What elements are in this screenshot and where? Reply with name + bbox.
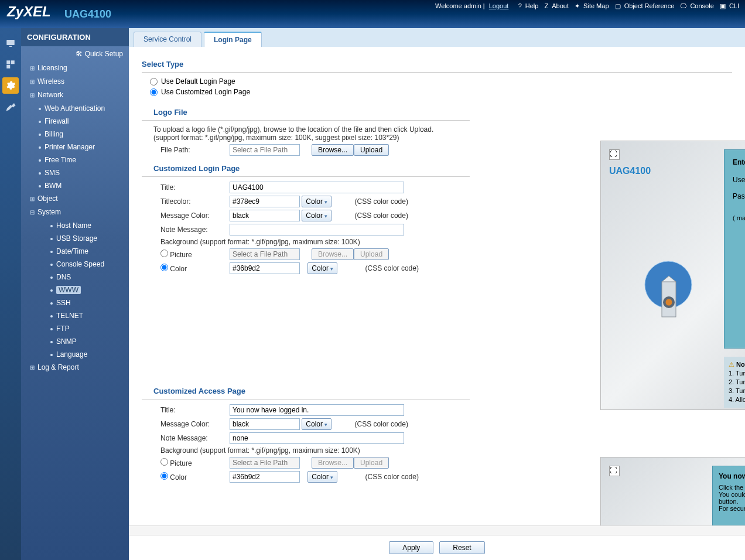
logo-hint-2: (support format: *.gif/png/jpg, maximum … [153, 134, 470, 142]
console-link[interactable]: Console [690, 2, 713, 9]
sidebar-item-ftp[interactable]: FTP [21, 322, 129, 335]
sidebar-item-console-speed[interactable]: Console Speed [21, 258, 129, 271]
warning-icon: ⚠ [729, 361, 734, 368]
sidebar-item-date-time[interactable]: Date/Time [21, 245, 129, 258]
access-msgcolor-picker-button[interactable]: Color [302, 418, 331, 430]
wrench-icon: 🛠 [76, 50, 83, 58]
input-file-path[interactable] [230, 144, 300, 156]
sidebar-item-label: Language [56, 350, 87, 358]
preview-username-label: User Name: [733, 176, 745, 186]
sidebar-heading: CONFIGURATION [21, 28, 129, 46]
hscroll-track[interactable] [129, 525, 745, 535]
sidebar-item-network[interactable]: ⊞Network [21, 88, 129, 102]
input-title[interactable] [230, 182, 404, 193]
radio-use-custom[interactable] [150, 88, 158, 96]
sidebar-item-web-authentication[interactable]: Web Authentication [21, 102, 129, 115]
rail-dashboard-icon[interactable] [2, 56, 19, 73]
access-bg-upload-button: Upload [354, 457, 389, 469]
sidebar-item-label: Billing [45, 130, 63, 138]
input-bg-color[interactable] [230, 262, 300, 274]
input-bg-picture-path [230, 248, 300, 260]
sidebar-item-label: SMS [45, 169, 60, 177]
sidebar-item-free-time[interactable]: Free Time [21, 153, 129, 166]
top-links: Welcome admin | Logout ?Help ZAbout ✦Sit… [435, 2, 741, 10]
bottom-bar: Apply Reset [129, 535, 745, 560]
sidebar-item-host-name[interactable]: Host Name [21, 219, 129, 232]
bullet-icon [39, 134, 41, 136]
sidebar-item-label: SNMP [56, 337, 77, 346]
bullet-icon [50, 289, 53, 292]
reset-button[interactable]: Reset [439, 541, 484, 554]
sidebar-item-system[interactable]: ⊟System [21, 206, 129, 219]
svg-rect-3 [11, 60, 15, 64]
bullet-icon [50, 341, 53, 343]
label-use-default: Use Default Login Page [161, 77, 235, 86]
bullet-icon [50, 354, 53, 356]
sidebar-item-object[interactable]: ⊞Object [21, 192, 129, 206]
objref-link[interactable]: Object Reference [624, 2, 675, 9]
sidebar-item-printer-manager[interactable]: Printer Manager [21, 141, 129, 153]
sidebar-item-ssh[interactable]: SSH [21, 296, 129, 309]
sidebar-item-wireless[interactable]: ⊞Wireless [21, 75, 129, 88]
preview-notes: ⚠Note: 1. Turn on Javascript and Cookie … [724, 357, 745, 408]
cli-link[interactable]: CLI [729, 2, 739, 9]
rail-config-icon[interactable] [2, 77, 19, 94]
input-note-msg[interactable] [230, 224, 404, 235]
rail-maintenance-icon[interactable] [2, 98, 19, 115]
sidebar-item-telnet[interactable]: TELNET [21, 309, 129, 322]
sidebar-item-sms[interactable]: SMS [21, 166, 129, 179]
tab-bar: Service Control Login Page [129, 28, 745, 47]
tab-login-page[interactable]: Login Page [204, 32, 262, 47]
access-preview-pane: ⛶ You now have logged in. Click the logo… [600, 457, 745, 525]
input-msgcolor[interactable] [230, 210, 300, 221]
input-access-note[interactable] [230, 432, 404, 444]
radio-access-bg-color[interactable] [160, 472, 168, 480]
rail-monitor-icon[interactable] [2, 35, 19, 52]
label-note-msg: Note Message: [142, 226, 230, 234]
label-access-bg-color: Color [170, 473, 187, 482]
radio-bg-picture[interactable] [160, 250, 168, 257]
about-link[interactable]: About [552, 2, 569, 9]
about-icon: Z [545, 2, 549, 9]
sidebar-item-snmp[interactable]: SNMP [21, 335, 129, 348]
access-bgcolor-picker-button[interactable]: Color [307, 471, 337, 483]
input-access-bg-color[interactable] [230, 471, 300, 483]
expand-icon: ⊟ [29, 207, 35, 218]
label-access-title: Title: [142, 406, 230, 414]
help-link[interactable]: Help [525, 2, 539, 9]
sidebar-item-www[interactable]: WWW [21, 284, 129, 296]
radio-use-default[interactable] [150, 78, 158, 86]
sidebar-item-dns[interactable]: DNS [21, 271, 129, 284]
sidebar-item-language[interactable]: Language [21, 348, 129, 361]
expand-icon: ⊞ [29, 90, 35, 101]
input-access-msgcolor[interactable] [230, 418, 300, 430]
sidebar-item-label: Printer Manager [45, 143, 95, 151]
apply-button[interactable]: Apply [389, 541, 433, 554]
input-titlecolor[interactable] [230, 196, 300, 207]
upload-button[interactable]: Upload [354, 144, 389, 156]
sitemap-link[interactable]: Site Map [583, 2, 609, 9]
sidebar-item-licensing[interactable]: ⊞Licensing [21, 62, 129, 75]
tab-service-control[interactable]: Service Control [134, 32, 201, 47]
browse-button[interactable]: Browse... [312, 144, 354, 156]
sidebar-item-label: Network [37, 91, 63, 99]
sidebar-item-billing[interactable]: Billing [21, 128, 129, 141]
sidebar-item-firewall[interactable]: Firewall [21, 115, 129, 128]
hint-css-color-3: (CSS color code) [365, 264, 419, 272]
radio-bg-color[interactable] [160, 264, 168, 271]
welcome-text: Welcome admin | [435, 2, 485, 9]
msgcolor-picker-button[interactable]: Color [302, 210, 331, 221]
quick-setup-link[interactable]: 🛠Quick Setup [21, 46, 129, 62]
logout-link[interactable]: Logout [489, 2, 509, 9]
sidebar-item-bwm[interactable]: BWM [21, 179, 129, 192]
sidebar-item-log-report[interactable]: ⊞Log & Report [21, 361, 129, 374]
input-access-title[interactable] [230, 404, 404, 416]
bgcolor-picker-button[interactable]: Color [307, 262, 337, 274]
radio-access-bg-picture[interactable] [160, 458, 168, 466]
sidebar-item-usb-storage[interactable]: USB Storage [21, 232, 129, 245]
titlecolor-picker-button[interactable]: Color [302, 196, 331, 207]
sidebar-item-label: Object [37, 194, 58, 203]
nav-list: ⊞Licensing⊞Wireless⊞NetworkWeb Authentic… [21, 62, 129, 374]
preview-password-label: Password: [733, 192, 745, 203]
sidebar-item-label: Free Time [45, 156, 76, 164]
